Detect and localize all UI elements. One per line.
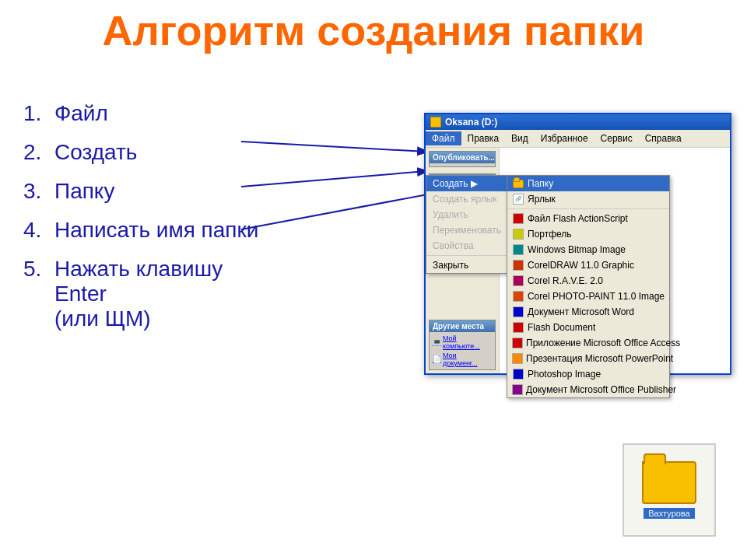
menu-help[interactable]: Справка bbox=[639, 131, 688, 145]
steps-list: 1. Файл 2. Создать 3. Папку 4. Написать … bbox=[23, 101, 272, 345]
file-menu-create-shortcut: Создать ярлык bbox=[426, 191, 507, 207]
file-menu-create[interactable]: Создать ▶ bbox=[426, 176, 507, 191]
shortcut-icon: 🔗 bbox=[512, 193, 524, 205]
explorer-menubar[interactable]: Файл Правка Вид Избранное Сервис Справка bbox=[426, 130, 730, 148]
explorer-body: Создать ▶ Создать ярлык Удалить Переимен… bbox=[426, 148, 730, 373]
create-item-publisher[interactable]: Документ Microsoft Office Publisher bbox=[507, 382, 669, 397]
step-3: 3. Папку bbox=[23, 179, 272, 204]
menu-service[interactable]: Сервис bbox=[594, 131, 639, 145]
file-menu-rename: Переименовать bbox=[426, 222, 507, 238]
my-computer-link[interactable]: 💻Мой компьюте... bbox=[431, 334, 493, 351]
file-menu-close[interactable]: Закрыть bbox=[426, 257, 507, 273]
ppt-icon bbox=[512, 352, 523, 365]
bmp-icon bbox=[512, 243, 524, 256]
folder-icon bbox=[512, 177, 524, 190]
create-separator bbox=[507, 208, 669, 209]
menu-view[interactable]: Вид bbox=[505, 131, 535, 145]
other-places-header[interactable]: Другие места bbox=[430, 320, 495, 332]
create-item-flash-doc[interactable]: Flash Document bbox=[507, 320, 669, 335]
create-item-flash-as[interactable]: Файл Flash ActionScript bbox=[507, 211, 669, 226]
briefcase-icon bbox=[512, 228, 524, 240]
publish-header[interactable]: Опубликовать... bbox=[430, 152, 495, 163]
publisher-icon bbox=[512, 383, 523, 396]
create-item-corel-rave[interactable]: Corel R.A.V.E. 2.0 bbox=[507, 273, 669, 289]
create-item-ppt[interactable]: Презентация Microsoft PowerPoint bbox=[507, 351, 669, 366]
menu-favorites[interactable]: Избранное bbox=[535, 131, 594, 145]
file-menu-separator bbox=[426, 255, 507, 256]
publish-section[interactable]: Опубликовать... bbox=[429, 151, 496, 167]
create-item-coreldraw[interactable]: CorelDRAW 11.0 Graphic bbox=[507, 257, 669, 273]
window-icon bbox=[430, 117, 441, 128]
page-title: Алгоритм создания папки bbox=[0, 8, 747, 54]
other-places-body: 💻Мой компьюте... 📄Мои докуменг... bbox=[430, 332, 495, 369]
window-title: Oksana (D:) bbox=[445, 117, 497, 128]
step-4: 4. Написать имя папки bbox=[23, 218, 272, 243]
flash-as-icon bbox=[512, 212, 524, 225]
photoshop-icon bbox=[512, 368, 524, 380]
folder-big-icon bbox=[642, 461, 696, 504]
step-2: 2. Создать bbox=[23, 140, 272, 165]
create-item-corel-photo[interactable]: Corel PHOTO-PAINT 11.0 Image bbox=[507, 289, 669, 304]
coreldraw-icon bbox=[512, 259, 524, 271]
corel-rave-icon bbox=[512, 275, 524, 287]
folder-label: Вахтурова bbox=[644, 508, 694, 519]
folder-image-box: Вахтурова bbox=[622, 443, 716, 537]
other-places-section[interactable]: Другие места 💻Мой компьюте... 📄Мои докум… bbox=[429, 320, 496, 370]
create-item-bmp[interactable]: Windows Bitmap Image bbox=[507, 242, 669, 257]
word-icon bbox=[512, 306, 524, 318]
explorer-window: Oksana (D:) Файл Правка Вид Избранное Се… bbox=[424, 113, 731, 375]
publish-body bbox=[430, 163, 495, 166]
corel-photo-icon bbox=[512, 290, 524, 303]
explorer-titlebar: Oksana (D:) bbox=[426, 114, 730, 130]
create-submenu[interactable]: Папку 🔗 Ярлык Файл Flash ActionScript По… bbox=[507, 175, 670, 398]
my-docs-link[interactable]: 📄Мои докуменг... bbox=[431, 351, 493, 368]
file-menu-delete: Удалить bbox=[426, 207, 507, 222]
create-item-word[interactable]: Документ Microsoft Word bbox=[507, 304, 669, 320]
create-item-folder[interactable]: Папку bbox=[507, 176, 669, 191]
create-item-shortcut[interactable]: 🔗 Ярлык bbox=[507, 191, 669, 207]
flash-doc-icon bbox=[512, 321, 524, 334]
menu-file[interactable]: Файл bbox=[426, 131, 461, 145]
file-menu-properties: Свойства bbox=[426, 238, 507, 254]
create-item-access[interactable]: Приложение Microsoft Office Access bbox=[507, 335, 669, 351]
step-5: 5. Нажать клавишу Enter (или ЩМ) bbox=[23, 257, 272, 331]
file-menu-dropdown[interactable]: Создать ▶ Создать ярлык Удалить Переимен… bbox=[426, 175, 507, 274]
create-item-briefcase[interactable]: Портфель bbox=[507, 226, 669, 242]
create-item-photoshop[interactable]: Photoshop Image bbox=[507, 366, 669, 382]
access-icon bbox=[512, 337, 523, 349]
menu-edit[interactable]: Правка bbox=[461, 131, 506, 145]
step-1: 1. Файл bbox=[23, 101, 272, 126]
